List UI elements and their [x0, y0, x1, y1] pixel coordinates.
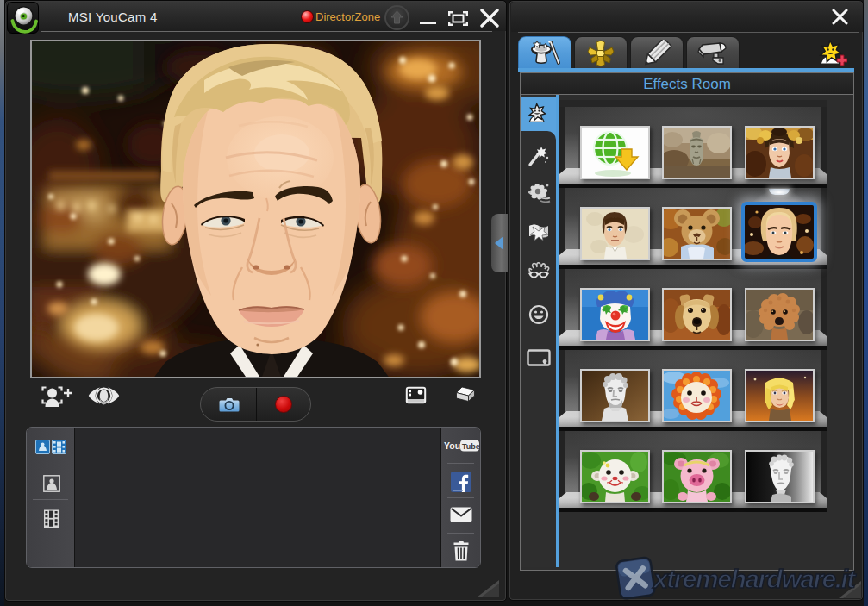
svg-text:xtremehardware.it: xtremehardware.it: [652, 565, 857, 593]
svg-text:You: You: [444, 440, 460, 451]
svg-text:Tube: Tube: [462, 442, 480, 451]
